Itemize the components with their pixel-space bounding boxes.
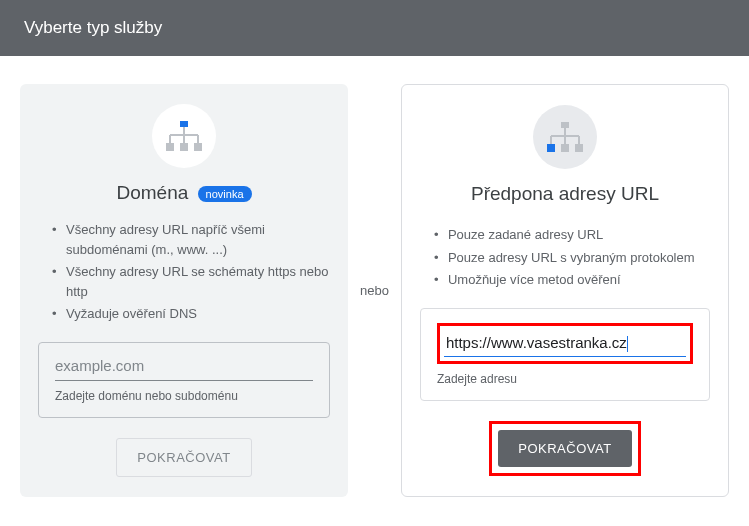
svg-rect-3 (194, 143, 202, 151)
page-header: Vyberte typ služby (0, 0, 749, 56)
domain-input-area[interactable]: example.com Zadejte doménu nebo subdomén… (38, 342, 330, 418)
svg-rect-12 (575, 144, 583, 152)
url-bullet: Umožňuje více metod ověření (434, 270, 710, 290)
svg-rect-10 (547, 144, 555, 152)
url-bullet: Pouze zadané adresy URL (434, 225, 710, 245)
url-input-hint: Zadejte adresu (437, 372, 693, 386)
svg-rect-11 (561, 144, 569, 152)
highlight-box: POKRAČOVAT (489, 421, 640, 476)
domain-card-title: Doména novinka (38, 182, 330, 204)
domain-input-hint: Zadejte doménu nebo subdoménu (55, 389, 313, 403)
url-input-area[interactable]: https://www.vasestranka.cz Zadejte adres… (420, 308, 710, 401)
new-badge: novinka (198, 186, 252, 202)
domain-card: Doména novinka Všechny adresy URL napříč… (20, 84, 348, 497)
domain-title-text: Doména (116, 182, 188, 203)
svg-rect-0 (180, 121, 188, 127)
url-input[interactable]: https://www.vasestranka.cz (444, 330, 686, 357)
highlight-box: https://www.vasestranka.cz (437, 323, 693, 364)
url-bullet: Pouze adresy URL s vybraným protokolem (434, 248, 710, 268)
sitemap-icon (152, 104, 216, 168)
svg-rect-1 (166, 143, 174, 151)
svg-rect-2 (180, 143, 188, 151)
sitemap-icon (533, 105, 597, 169)
domain-bullet: Všechny adresy URL se schématy https neb… (52, 262, 330, 301)
domain-bullet-list: Všechny adresy URL napříč všemi subdomén… (38, 220, 330, 324)
url-input-value: https://www.vasestranka.cz (446, 334, 627, 351)
domain-bullet: Všechny adresy URL napříč všemi subdomén… (52, 220, 330, 259)
domain-continue-button[interactable]: POKRAČOVAT (116, 438, 251, 477)
svg-rect-9 (561, 122, 569, 128)
url-card-title: Předpona adresy URL (420, 183, 710, 205)
header-title: Vyberte typ služby (24, 18, 162, 37)
domain-bullet: Vyžaduje ověření DNS (52, 304, 330, 324)
separator-text: nebo (358, 283, 391, 298)
url-bullet-list: Pouze zadané adresy URL Pouze adresy URL… (420, 225, 710, 290)
content-area: Doména novinka Všechny adresy URL napříč… (0, 56, 749, 497)
url-continue-button[interactable]: POKRAČOVAT (498, 430, 631, 467)
text-cursor (627, 336, 628, 352)
url-prefix-card: Předpona adresy URL Pouze zadané adresy … (401, 84, 729, 497)
domain-input[interactable]: example.com (55, 357, 313, 381)
